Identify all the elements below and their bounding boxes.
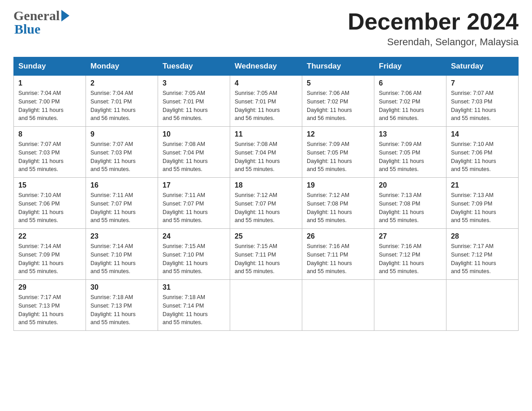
table-row	[230, 280, 302, 331]
day-number: 11	[235, 130, 297, 138]
day-number: 28	[451, 232, 514, 240]
col-thursday: Thursday	[302, 57, 374, 76]
table-row: 3 Sunrise: 7:05 AMSunset: 7:01 PMDayligh…	[158, 76, 230, 127]
day-number: 30	[90, 283, 153, 291]
day-number: 29	[18, 283, 81, 291]
day-info: Sunrise: 7:04 AMSunset: 7:01 PMDaylight:…	[90, 90, 136, 121]
day-info: Sunrise: 7:06 AMSunset: 7:02 PMDaylight:…	[307, 90, 352, 121]
day-number: 21	[451, 181, 514, 189]
table-row: 10 Sunrise: 7:08 AMSunset: 7:04 PMDaylig…	[158, 127, 230, 178]
day-info: Sunrise: 7:15 AMSunset: 7:10 PMDaylight:…	[163, 243, 208, 274]
col-wednesday: Wednesday	[230, 57, 302, 76]
table-row: 26 Sunrise: 7:16 AMSunset: 7:11 PMDaylig…	[302, 229, 374, 280]
table-row: 11 Sunrise: 7:08 AMSunset: 7:04 PMDaylig…	[230, 127, 302, 178]
day-info: Sunrise: 7:17 AMSunset: 7:12 PMDaylight:…	[451, 243, 496, 274]
day-number: 2	[90, 79, 153, 87]
location-subtitle: Serendah, Selangor, Malaysia	[348, 36, 519, 48]
day-info: Sunrise: 7:16 AMSunset: 7:11 PMDaylight:…	[307, 243, 352, 274]
calendar-week-row: 1 Sunrise: 7:04 AMSunset: 7:00 PMDayligh…	[14, 76, 519, 127]
day-number: 18	[235, 181, 297, 189]
table-row: 30 Sunrise: 7:18 AMSunset: 7:13 PMDaylig…	[86, 280, 158, 331]
table-row: 9 Sunrise: 7:07 AMSunset: 7:03 PMDayligh…	[86, 127, 158, 178]
table-row: 22 Sunrise: 7:14 AMSunset: 7:09 PMDaylig…	[14, 229, 86, 280]
day-number: 4	[235, 79, 297, 87]
col-sunday: Sunday	[14, 57, 86, 76]
table-row: 17 Sunrise: 7:11 AMSunset: 7:07 PMDaylig…	[158, 178, 230, 229]
day-number: 23	[90, 232, 153, 240]
day-info: Sunrise: 7:07 AMSunset: 7:03 PMDaylight:…	[451, 90, 496, 121]
table-row: 13 Sunrise: 7:09 AMSunset: 7:05 PMDaylig…	[374, 127, 446, 178]
day-info: Sunrise: 7:11 AMSunset: 7:07 PMDaylight:…	[90, 192, 136, 223]
table-row: 6 Sunrise: 7:06 AMSunset: 7:02 PMDayligh…	[374, 76, 446, 127]
table-row: 1 Sunrise: 7:04 AMSunset: 7:00 PMDayligh…	[14, 76, 86, 127]
table-row: 4 Sunrise: 7:05 AMSunset: 7:01 PMDayligh…	[230, 76, 302, 127]
day-info: Sunrise: 7:06 AMSunset: 7:02 PMDaylight:…	[379, 90, 424, 121]
day-number: 6	[379, 79, 442, 87]
table-row: 18 Sunrise: 7:12 AMSunset: 7:07 PMDaylig…	[230, 178, 302, 229]
table-row: 29 Sunrise: 7:17 AMSunset: 7:13 PMDaylig…	[14, 280, 86, 331]
table-row: 14 Sunrise: 7:10 AMSunset: 7:06 PMDaylig…	[446, 127, 519, 178]
table-row: 5 Sunrise: 7:06 AMSunset: 7:02 PMDayligh…	[302, 76, 374, 127]
day-number: 10	[163, 130, 225, 138]
calendar-week-row: 22 Sunrise: 7:14 AMSunset: 7:09 PMDaylig…	[14, 229, 519, 280]
table-row: 31 Sunrise: 7:18 AMSunset: 7:14 PMDaylig…	[158, 280, 230, 331]
day-number: 7	[451, 79, 514, 87]
col-monday: Monday	[86, 57, 158, 76]
day-info: Sunrise: 7:05 AMSunset: 7:01 PMDaylight:…	[163, 90, 208, 121]
day-info: Sunrise: 7:05 AMSunset: 7:01 PMDaylight:…	[235, 90, 280, 121]
day-number: 27	[379, 232, 442, 240]
day-number: 25	[235, 232, 297, 240]
day-info: Sunrise: 7:11 AMSunset: 7:07 PMDaylight:…	[163, 192, 208, 223]
table-row: 19 Sunrise: 7:12 AMSunset: 7:08 PMDaylig…	[302, 178, 374, 229]
calendar-table: Sunday Monday Tuesday Wednesday Thursday…	[13, 57, 519, 331]
col-tuesday: Tuesday	[158, 57, 230, 76]
day-number: 17	[163, 181, 225, 189]
day-info: Sunrise: 7:13 AMSunset: 7:08 PMDaylight:…	[379, 192, 424, 223]
day-info: Sunrise: 7:17 AMSunset: 7:13 PMDaylight:…	[18, 294, 64, 325]
day-number: 15	[18, 181, 81, 189]
logo-blue-text: Blue	[14, 22, 69, 36]
day-number: 14	[451, 130, 514, 138]
day-info: Sunrise: 7:14 AMSunset: 7:10 PMDaylight:…	[90, 243, 136, 274]
day-info: Sunrise: 7:15 AMSunset: 7:11 PMDaylight:…	[235, 243, 280, 274]
calendar-header-row: Sunday Monday Tuesday Wednesday Thursday…	[14, 57, 519, 76]
day-number: 26	[307, 232, 369, 240]
table-row	[446, 280, 519, 331]
table-row: 2 Sunrise: 7:04 AMSunset: 7:01 PMDayligh…	[86, 76, 158, 127]
day-number: 31	[163, 283, 225, 291]
title-area: December 2024 Serendah, Selangor, Malays…	[348, 9, 519, 48]
logo-general-text: General	[13, 9, 60, 22]
col-saturday: Saturday	[446, 57, 519, 76]
day-info: Sunrise: 7:14 AMSunset: 7:09 PMDaylight:…	[18, 243, 64, 274]
table-row: 15 Sunrise: 7:10 AMSunset: 7:06 PMDaylig…	[14, 178, 86, 229]
day-number: 16	[90, 181, 153, 189]
table-row	[302, 280, 374, 331]
day-number: 24	[163, 232, 225, 240]
day-info: Sunrise: 7:10 AMSunset: 7:06 PMDaylight:…	[18, 192, 64, 223]
day-info: Sunrise: 7:18 AMSunset: 7:14 PMDaylight:…	[163, 294, 208, 325]
day-number: 19	[307, 181, 369, 189]
day-number: 9	[90, 130, 153, 138]
table-row: 27 Sunrise: 7:16 AMSunset: 7:12 PMDaylig…	[374, 229, 446, 280]
table-row: 25 Sunrise: 7:15 AMSunset: 7:11 PMDaylig…	[230, 229, 302, 280]
day-number: 22	[18, 232, 81, 240]
table-row: 28 Sunrise: 7:17 AMSunset: 7:12 PMDaylig…	[446, 229, 519, 280]
day-number: 8	[18, 130, 81, 138]
table-row: 21 Sunrise: 7:13 AMSunset: 7:09 PMDaylig…	[446, 178, 519, 229]
day-info: Sunrise: 7:16 AMSunset: 7:12 PMDaylight:…	[379, 243, 424, 274]
day-info: Sunrise: 7:08 AMSunset: 7:04 PMDaylight:…	[163, 141, 208, 172]
table-row: 7 Sunrise: 7:07 AMSunset: 7:03 PMDayligh…	[446, 76, 519, 127]
table-row: 12 Sunrise: 7:09 AMSunset: 7:05 PMDaylig…	[302, 127, 374, 178]
logo: General Blue	[13, 9, 69, 36]
day-number: 3	[163, 79, 225, 87]
calendar-week-row: 8 Sunrise: 7:07 AMSunset: 7:03 PMDayligh…	[14, 127, 519, 178]
calendar-week-row: 29 Sunrise: 7:17 AMSunset: 7:13 PMDaylig…	[14, 280, 519, 331]
day-info: Sunrise: 7:13 AMSunset: 7:09 PMDaylight:…	[451, 192, 496, 223]
day-info: Sunrise: 7:12 AMSunset: 7:08 PMDaylight:…	[307, 192, 352, 223]
table-row: 16 Sunrise: 7:11 AMSunset: 7:07 PMDaylig…	[86, 178, 158, 229]
logo-arrow-icon	[61, 10, 69, 21]
table-row: 20 Sunrise: 7:13 AMSunset: 7:08 PMDaylig…	[374, 178, 446, 229]
day-number: 1	[18, 79, 81, 87]
table-row: 8 Sunrise: 7:07 AMSunset: 7:03 PMDayligh…	[14, 127, 86, 178]
day-info: Sunrise: 7:07 AMSunset: 7:03 PMDaylight:…	[18, 141, 64, 172]
